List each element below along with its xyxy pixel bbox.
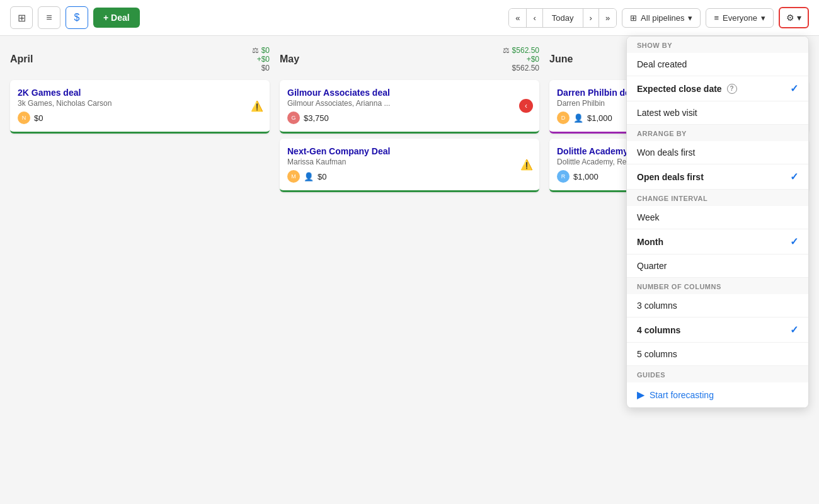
list-view-button[interactable]: ≡ — [38, 6, 60, 29]
month-label: Month — [637, 237, 663, 247]
deal-created-label: Deal created — [637, 59, 687, 69]
menu-item-month[interactable]: Month ✓ — [627, 229, 808, 255]
person-icon: 👤 — [304, 172, 314, 181]
deal-subtitle: Gilmour Associates, Arianna ... — [287, 99, 532, 108]
3-columns-label: 3 columns — [637, 301, 677, 311]
change-interval-header: CHANGE INTERVAL — [627, 190, 808, 206]
guides-header: GUIDES — [627, 366, 808, 382]
warning-icon: ⚠️ — [251, 100, 263, 112]
everyone-label: Everyone — [723, 13, 757, 23]
deal-amount: $1,000 — [573, 172, 598, 181]
everyone-dropdown[interactable]: ≡ Everyone ▾ — [706, 8, 774, 28]
menu-item-4-columns[interactable]: 4 columns ✓ — [627, 318, 808, 343]
latest-web-visit-label: Latest web visit — [637, 108, 697, 118]
deal-card-deal-3[interactable]: Next-Gen Company Deal Marissa Kaufman M … — [280, 139, 539, 192]
pipeline-label: All pipelines — [641, 13, 684, 23]
deal-card-deal-2[interactable]: Gilmour Associates deal Gilmour Associat… — [280, 80, 539, 134]
balance-icon-april: ⚖ — [252, 46, 259, 55]
person-icon: 👤 — [573, 113, 583, 123]
month-check: ✓ — [790, 236, 798, 248]
menu-item-week[interactable]: Week — [627, 206, 808, 229]
chart-icon: $ — [74, 12, 80, 23]
help-icon: ? — [727, 84, 737, 94]
pipeline-dropdown[interactable]: ⊞ All pipelines ▾ — [622, 8, 701, 28]
deal-amount: $3,750 — [304, 113, 329, 123]
chart-view-button[interactable]: $ — [66, 6, 88, 29]
menu-item-deal-created[interactable]: Deal created — [627, 53, 808, 76]
nav-prev-button[interactable]: ‹ — [527, 9, 542, 27]
pipeline-arrow: ▾ — [688, 13, 692, 23]
expected-close-label: Expected close date — [637, 84, 722, 94]
column-subtotal-april: $0 — [261, 64, 270, 72]
toolbar: ⊞ ≡ $ + Deal « ‹ Today › » ⊞ All pipelin… — [0, 0, 819, 36]
deal-amount: $0 — [34, 113, 43, 123]
nav-prev-prev-button[interactable]: « — [509, 9, 527, 27]
avatar: N — [18, 112, 30, 124]
warning-icon: ⚠️ — [520, 159, 533, 171]
menu-item-expected-close[interactable]: Expected close date ? ✓ — [627, 76, 808, 101]
won-deals-label: Won deals first — [637, 147, 695, 158]
menu-item-open-deals-first[interactable]: Open deals first ✓ — [627, 164, 808, 190]
toggle-view-button[interactable]: ⊞ — [10, 6, 33, 29]
deal-amount: $1,000 — [587, 113, 612, 123]
column-header-april: April ⚖ $0 +$0 $0 — [10, 46, 270, 72]
settings-arrow: ▾ — [797, 13, 801, 23]
column-total-may: $562.50 — [512, 46, 539, 55]
column-title-may: May — [280, 54, 299, 65]
deal-amount: $0 — [318, 172, 326, 181]
balance-icon-may: ⚖ — [503, 46, 510, 55]
column-delta-april: +$0 — [257, 55, 270, 64]
everyone-arrow: ▾ — [761, 13, 765, 23]
deal-title: 2K Games deal — [18, 88, 262, 98]
add-deal-label: + Deal — [103, 13, 130, 23]
arrange-by-header: ARRANGE BY — [627, 125, 808, 141]
column-april: April ⚖ $0 +$0 $0 2K Games deal 3k Games… — [10, 46, 270, 493]
num-columns-header: NUMBER OF COLUMNS — [627, 278, 808, 294]
avatar: R — [557, 170, 570, 183]
avatar: G — [287, 112, 300, 124]
toggle-icon: ⊞ — [18, 12, 26, 24]
menu-item-quarter[interactable]: Quarter — [627, 255, 808, 278]
deal-title: Next-Gen Company Deal — [287, 146, 532, 156]
deal-subtitle: Marissa Kaufman — [287, 158, 532, 166]
deal-subtitle: 3k Games, Nicholas Carson — [18, 99, 262, 108]
menu-item-won-deals-first[interactable]: Won deals first — [627, 141, 808, 164]
menu-item-5-columns[interactable]: 5 columns — [627, 343, 808, 366]
settings-button[interactable]: ⚙ ▾ — [779, 7, 809, 28]
menu-item-3-columns[interactable]: 3 columns — [627, 294, 808, 318]
filter-icon: ≡ — [714, 13, 719, 23]
column-title-june: June — [549, 54, 573, 65]
column-header-may: May ⚖ $562.50 +$0 $562.50 — [280, 46, 539, 72]
settings-icon: ⚙ — [786, 13, 794, 23]
open-deals-label: Open deals first — [637, 172, 704, 182]
deal-title: Gilmour Associates deal — [287, 88, 532, 98]
open-deals-check: ✓ — [790, 171, 798, 183]
expected-close-check: ✓ — [790, 83, 798, 94]
column-total-april: $0 — [261, 46, 270, 55]
column-title-april: April — [10, 54, 33, 65]
play-icon: ▶ — [637, 389, 644, 401]
column-delta-may: +$0 — [527, 55, 539, 64]
list-icon: ≡ — [46, 12, 52, 23]
week-label: Week — [637, 212, 660, 222]
menu-item-latest-web-visit[interactable]: Latest web visit — [627, 101, 808, 125]
show-by-header: SHOW BY — [627, 37, 808, 53]
quarter-label: Quarter — [637, 261, 667, 271]
today-button[interactable]: Today — [543, 9, 583, 27]
settings-dropdown-menu: SHOW BY Deal created Expected close date… — [626, 36, 809, 408]
avatar: D — [557, 112, 570, 124]
avatar: M — [287, 170, 300, 183]
nav-next-next-button[interactable]: » — [599, 9, 616, 27]
main-area: April ⚖ $0 +$0 $0 2K Games deal 3k Games… — [0, 36, 819, 503]
5-columns-label: 5 columns — [637, 349, 677, 359]
menu-item-start-forecasting[interactable]: ▶ Start forecasting — [627, 382, 808, 408]
add-deal-button[interactable]: + Deal — [93, 8, 140, 28]
start-forecasting-label: Start forecasting — [650, 390, 714, 400]
4-columns-check: ✓ — [790, 324, 798, 336]
4-columns-label: 4 columns — [637, 325, 680, 335]
deal-card-deal-1[interactable]: 2K Games deal 3k Games, Nicholas Carson … — [10, 80, 270, 134]
nav-next-button[interactable]: › — [583, 9, 599, 27]
back-arrow-icon: ‹ — [519, 99, 533, 113]
column-may: May ⚖ $562.50 +$0 $562.50 Gilmour Associ… — [280, 46, 539, 493]
pipeline-icon: ⊞ — [630, 13, 637, 23]
